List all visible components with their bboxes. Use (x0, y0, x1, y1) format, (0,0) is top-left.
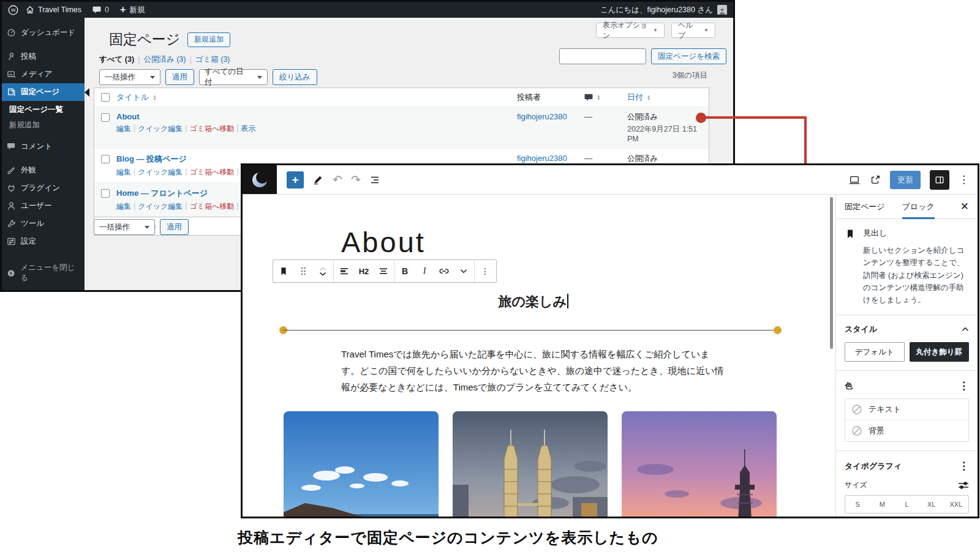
drag-handle[interactable] (296, 262, 310, 280)
trash-link[interactable]: ゴミ箱へ移動 (189, 201, 234, 212)
typography-options-kebab-icon[interactable]: ⋮ (959, 460, 969, 472)
edit-link[interactable]: 編集 (116, 124, 131, 134)
help-button[interactable]: ヘルプ▼ (671, 23, 715, 38)
size-xxl-button[interactable]: XXL (944, 496, 968, 513)
text-align-button[interactable] (337, 262, 351, 280)
wp-logo-icon[interactable]: W (8, 5, 18, 15)
screen-options-button[interactable]: 表示オプション▼ (596, 23, 665, 38)
quick-edit-link[interactable]: クイック編集 (138, 201, 183, 212)
separator-block[interactable] (283, 330, 778, 330)
block-inserter-button[interactable]: + (287, 171, 304, 189)
sidebar-item-plugins[interactable]: プラグイン (2, 179, 85, 197)
row-checkbox[interactable] (101, 189, 110, 198)
preview-button[interactable] (848, 174, 861, 185)
date-filter-select[interactable]: すべての日付 (199, 69, 268, 85)
submenu-add-new[interactable]: 新規追加 (2, 118, 85, 133)
page-link[interactable]: Blog — 投稿ページ (116, 154, 187, 163)
tab-page[interactable]: 固定ページ (845, 195, 885, 219)
add-new-page-button[interactable]: 新規追加 (187, 32, 230, 47)
sidebar-item-pages[interactable]: 固定ページ (2, 83, 85, 101)
style-default-button[interactable]: デフォルト (845, 342, 905, 362)
editor-page-title[interactable]: About (341, 225, 426, 259)
apply-button-bottom[interactable]: 適用 (160, 219, 189, 235)
comments-shortcut[interactable]: 0 (92, 6, 109, 14)
howdy-greeting[interactable]: こんにちは、figihojeru2380 さん (600, 5, 713, 15)
new-content-menu[interactable]: + 新規 (120, 4, 145, 15)
align-center-button[interactable] (377, 262, 390, 280)
santorini-photo[interactable] (284, 411, 439, 518)
undo-button[interactable]: ↶ (333, 173, 342, 187)
background-color-row[interactable]: 背景 (845, 420, 968, 441)
heading-block[interactable]: 旅の楽しみ (341, 293, 725, 311)
author-link[interactable]: figihojeru2380 (517, 154, 567, 163)
author-link[interactable]: figihojeru2380 (517, 112, 567, 121)
text-color-row[interactable]: テキスト (845, 399, 968, 420)
sidebar-item-media[interactable]: メディア (2, 65, 85, 83)
view-link[interactable]: 表示 (241, 124, 255, 134)
block-mover[interactable] (316, 262, 330, 280)
sidebar-item-dashboard[interactable]: ダッシュボード (2, 24, 85, 42)
size-s-button[interactable]: S (845, 496, 870, 513)
site-icon-button[interactable] (243, 165, 277, 194)
quick-edit-link[interactable]: クイック編集 (138, 167, 183, 177)
size-l-button[interactable]: L (894, 496, 919, 513)
view-trash-link[interactable]: ゴミ箱 (3) (195, 54, 230, 65)
sidebar-item-tools[interactable]: ツール (2, 215, 85, 233)
column-comments-sort[interactable]: ▲▼ (584, 94, 627, 102)
site-menu[interactable]: Travel Times (26, 6, 81, 14)
block-options-kebab-icon[interactable]: ⋮ (478, 262, 492, 280)
heading-level-button[interactable]: H2 (357, 262, 371, 280)
more-formats-button[interactable] (457, 262, 470, 280)
view-all-link[interactable]: すべて (3) (99, 54, 134, 65)
style-section-header[interactable]: スタイル (836, 315, 978, 335)
page-link[interactable]: Home — フロントページ (116, 189, 208, 198)
options-kebab-icon[interactable]: ⋮ (959, 173, 969, 186)
column-date-sort[interactable]: 日付▲▼ (627, 92, 709, 103)
link-button[interactable] (437, 262, 451, 280)
select-all-checkbox[interactable] (101, 93, 110, 102)
sidebar-item-appearance[interactable]: 外観 (2, 162, 85, 179)
list-view-button[interactable] (369, 174, 380, 185)
lighthouse-photo[interactable] (622, 411, 777, 518)
bold-button[interactable]: B (398, 262, 412, 280)
canvas-scrollbar[interactable] (830, 197, 833, 349)
italic-button[interactable]: I (418, 262, 431, 280)
row-checkbox[interactable] (101, 113, 110, 122)
sidebar-collapse-menu[interactable]: メニューを閉じる (2, 259, 85, 287)
apply-button[interactable]: 適用 (165, 69, 194, 85)
redo-button[interactable]: ↷ (351, 173, 361, 187)
close-icon[interactable]: ✕ (960, 200, 969, 213)
block-type-button[interactable] (277, 262, 290, 280)
row-checkbox[interactable] (101, 155, 110, 163)
sidebar-item-settings[interactable]: 設定 (2, 233, 85, 250)
page-link[interactable]: About (116, 112, 140, 121)
paragraph-block[interactable]: Travel Timesでは旅先から届いた記事を中心に、旅に関する情報を幅広くご… (341, 346, 727, 395)
edit-mode-button[interactable] (312, 174, 324, 185)
custom-size-icon[interactable] (958, 481, 969, 490)
view-published-link[interactable]: 公開済み (3) (143, 54, 186, 65)
trash-link[interactable]: ゴミ箱へ移動 (189, 124, 234, 134)
size-xl-button[interactable]: XL (919, 496, 944, 513)
update-button[interactable]: 更新 (890, 171, 921, 189)
submenu-all-pages[interactable]: 固定ページ一覧 (2, 102, 85, 118)
sidebar-item-comments[interactable]: コメント (2, 138, 85, 155)
trash-link[interactable]: ゴミ箱へ移動 (189, 167, 234, 177)
column-title-sort[interactable]: タイトル▲▼ (116, 92, 511, 103)
quick-edit-link[interactable]: クイック編集 (138, 124, 183, 134)
color-options-kebab-icon[interactable]: ⋮ (959, 379, 969, 392)
sidebar-item-users[interactable]: ユーザー (2, 197, 85, 215)
edit-link[interactable]: 編集 (116, 201, 131, 212)
bulk-action-select-bottom[interactable]: 一括操作 (94, 219, 155, 235)
sidebar-item-posts[interactable]: 投稿 (2, 48, 85, 65)
style-decorated-button[interactable]: 丸付き飾り罫 (910, 342, 970, 362)
search-pages-button[interactable]: 固定ページを検索 (651, 48, 726, 64)
bulk-action-select[interactable]: 一括操作 (99, 69, 160, 85)
view-page-button[interactable] (870, 174, 881, 185)
search-pages-input[interactable] (559, 48, 646, 64)
filter-button[interactable]: 絞り込み (273, 69, 317, 85)
settings-panel-toggle[interactable] (930, 170, 949, 190)
edit-link[interactable]: 編集 (116, 167, 131, 177)
petronas-towers-photo[interactable] (453, 411, 608, 518)
size-m-button[interactable]: M (870, 496, 894, 513)
avatar[interactable] (717, 5, 727, 15)
